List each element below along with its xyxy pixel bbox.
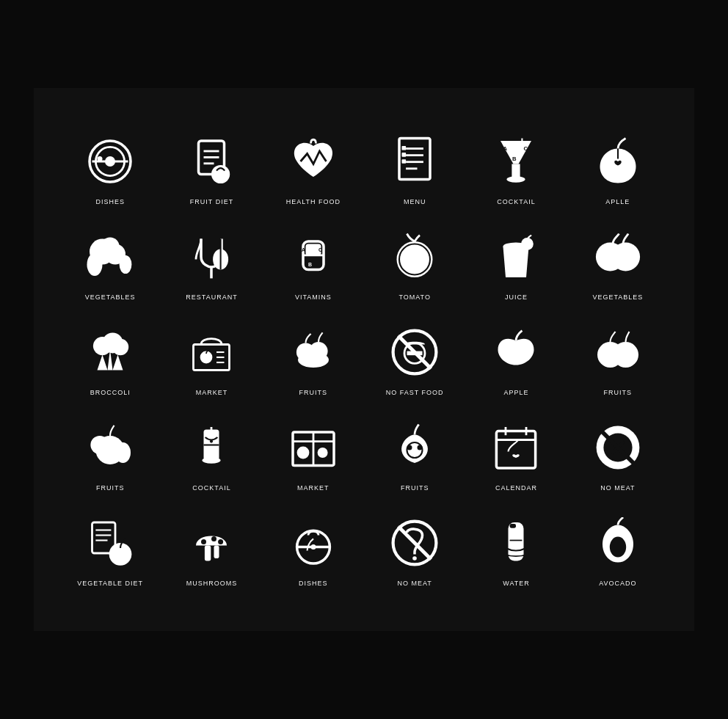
label-restaurant-icon: RESTAURANT <box>186 293 237 301</box>
label-broccoli-icon: BROCCOLI <box>90 389 131 396</box>
svg-text:A: A <box>503 145 508 152</box>
label-fruit-diet-icon: FRUIT DIET <box>190 198 233 205</box>
label-calendar-icon: CALENDAR <box>495 484 537 492</box>
icon-cell-no-meat-icon-2: NO MEAT <box>368 514 462 587</box>
svg-rect-88 <box>205 546 211 561</box>
icon-cell-apple-icon-2: APPLE <box>469 323 563 396</box>
label-menu-icon: MENU <box>404 198 426 205</box>
svg-text:B: B <box>513 156 517 162</box>
svg-line-98 <box>398 527 432 560</box>
label-vegetables-icon-1: VEGETABLES <box>85 293 136 301</box>
svg-rect-100 <box>510 524 516 528</box>
label-apple-icon-2: APPLE <box>503 389 528 396</box>
svg-point-54 <box>309 342 327 360</box>
label-vitamins-icon: VITAMINS <box>295 293 332 301</box>
apple-icon-1 <box>589 132 647 191</box>
vegetables-icon-2 <box>589 227 647 286</box>
fruits-icon-1 <box>284 323 343 382</box>
health-food-icon <box>284 132 343 191</box>
restaurant-icon <box>182 227 241 286</box>
svg-point-67 <box>210 440 213 443</box>
svg-point-60 <box>613 342 638 368</box>
svg-point-71 <box>296 447 309 459</box>
no-meat-icon-1 <box>589 418 647 477</box>
icon-cell-dishes-icon: DISHES <box>63 132 157 205</box>
cocktail-icon-2 <box>182 418 241 477</box>
label-apple-icon-1: APLLE <box>605 198 630 205</box>
dishes-icon-2 <box>284 514 343 572</box>
icon-cell-dishes-icon-2: DISHES <box>266 514 360 587</box>
label-no-fast-food-icon: NO FAST FOOD <box>386 389 444 396</box>
svg-point-92 <box>219 539 224 544</box>
icon-cell-broccoli-icon: BROCCOLI <box>63 323 157 396</box>
icon-cell-cocktail-icon-2: COCKTAIL <box>164 418 258 492</box>
label-juice-icon: JUICE <box>505 293 528 301</box>
mushrooms-icon <box>182 514 241 572</box>
no-fast-food-icon <box>385 323 444 382</box>
icon-cell-vegetables-icon-2: VEGETABLES <box>571 227 665 301</box>
svg-text:C: C <box>524 145 528 152</box>
broccoli-icon <box>81 323 139 382</box>
svg-point-43 <box>611 242 640 271</box>
svg-rect-89 <box>214 546 219 559</box>
icon-cell-tomato-icon: TOMATO <box>368 227 462 301</box>
svg-text:B: B <box>308 262 312 267</box>
icon-cell-restaurant-icon: RESTAURANT <box>164 227 258 301</box>
svg-point-28 <box>120 255 132 274</box>
svg-point-74 <box>407 445 412 450</box>
fruits-icon-3 <box>81 418 139 477</box>
water-icon <box>487 514 545 572</box>
label-market-icon-2: MARKET <box>297 484 330 492</box>
label-fruits-icon-1: FRUITS <box>299 389 328 396</box>
label-water-icon: WATER <box>503 580 530 587</box>
label-cocktail-icon-1: COCKTAIL <box>497 198 535 205</box>
juice-icon <box>487 227 545 286</box>
vegetable-diet-icon <box>81 514 139 572</box>
svg-text:C: C <box>318 247 322 252</box>
label-tomato-icon: TOMATO <box>398 293 431 301</box>
icon-cell-fruits-icon-3: FRUITS <box>63 418 157 492</box>
icon-cell-avocado-icon: AVOCADO <box>571 514 665 587</box>
label-dishes-icon: DISHES <box>95 198 125 205</box>
svg-point-27 <box>87 253 103 276</box>
icon-cell-fruits-icon-2: FRUITS <box>571 323 665 396</box>
menu-icon <box>385 132 444 191</box>
label-market-icon-1: MARKET <box>196 389 228 396</box>
fruits-icon-4 <box>385 418 444 477</box>
svg-point-90 <box>201 539 206 544</box>
icon-cell-market-icon-2: MARKET <box>266 418 360 492</box>
label-mushrooms-icon: MUSHROOMS <box>186 580 238 587</box>
label-fruits-icon-3: FRUITS <box>96 484 125 492</box>
dishes-icon <box>81 132 139 191</box>
label-health-food-icon: HEALTH FOOD <box>286 198 341 205</box>
icon-cell-no-meat-icon-1: NO MEAT <box>571 418 665 492</box>
label-dishes-icon-2: DISHES <box>299 580 328 587</box>
fruit-diet-icon <box>182 132 241 191</box>
icon-cell-vegetables-icon-1: VEGETABLES <box>63 227 157 301</box>
icon-cell-vegetable-diet-icon: VEGETABLE DIET <box>63 514 157 587</box>
svg-point-19 <box>507 176 525 182</box>
icon-grid: DISHESFRUIT DIETHEALTH FOODMENUACBCOCKTA… <box>63 132 665 587</box>
label-no-meat-icon-2: NO MEAT <box>397 580 432 587</box>
label-cocktail-icon-2: COCKTAIL <box>192 484 230 492</box>
svg-rect-16 <box>402 153 407 157</box>
svg-point-97 <box>412 556 417 561</box>
icon-cell-calendar-icon: CALENDAR <box>469 418 563 492</box>
label-vegetables-icon-2: VEGETABLES <box>592 293 643 301</box>
svg-rect-76 <box>497 431 536 468</box>
no-meat-icon-2 <box>385 514 444 572</box>
svg-point-72 <box>317 448 327 458</box>
svg-point-102 <box>610 537 626 558</box>
market-icon-1 <box>182 323 241 382</box>
svg-point-62 <box>91 436 109 454</box>
calendar-icon <box>487 418 545 477</box>
fruits-icon-2 <box>589 323 647 382</box>
svg-point-75 <box>418 445 423 450</box>
label-no-meat-icon-1: NO MEAT <box>600 484 635 492</box>
icon-cell-fruits-icon-1: FRUITS <box>266 323 360 396</box>
icon-cell-health-food-icon: HEALTH FOOD <box>266 132 360 205</box>
svg-rect-99 <box>509 522 524 561</box>
vegetables-icon-1 <box>81 227 139 286</box>
svg-point-91 <box>211 536 216 541</box>
svg-rect-17 <box>402 159 407 164</box>
